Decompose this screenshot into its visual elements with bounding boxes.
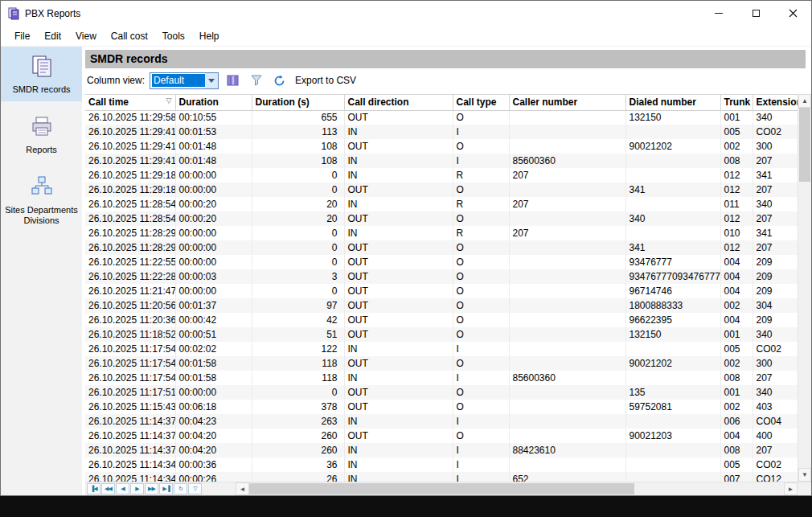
scrollbar-corner	[798, 482, 811, 495]
close-icon	[789, 9, 798, 18]
sidebar-item-smdr-records[interactable]: SMDR records	[1, 47, 82, 101]
horizontal-scrollbar-thumb[interactable]	[249, 483, 634, 494]
menu-item-tools[interactable]: Tools	[155, 27, 192, 45]
scroll-up-button[interactable]: ▲	[798, 94, 811, 108]
table-row[interactable]: 26.10.2025 11:14:3700:04:23263INI006CO04	[85, 414, 798, 429]
cell: I	[453, 458, 509, 472]
prev-record-button[interactable]: ◀	[116, 483, 129, 494]
cell	[509, 400, 625, 414]
next-record-button[interactable]: ▶	[130, 483, 144, 494]
horizontal-scrollbar-track[interactable]	[249, 482, 784, 495]
table-row[interactable]: 26.10.2025 11:29:4100:01:53113INI005CO02	[85, 125, 798, 139]
prev-page-button[interactable]: ◀◀	[101, 483, 115, 494]
column-chooser-button[interactable]	[224, 72, 242, 89]
table-row[interactable]: 26.10.2025 11:28:5400:00:2020OUTO3400122…	[85, 211, 798, 226]
cell: 004	[720, 284, 753, 298]
vertical-scrollbar-thumb[interactable]	[799, 108, 810, 182]
table-row[interactable]: 26.10.2025 11:22:5500:00:000OUTO93476777…	[85, 255, 798, 269]
cell: 26.10.2025 11:17:54	[85, 356, 175, 371]
sidebar-item-label: Reports	[26, 145, 57, 155]
menu-item-edit[interactable]: Edit	[37, 27, 68, 45]
scroll-right-button[interactable]: ►	[784, 482, 798, 495]
column-header-duration[interactable]: Duration	[175, 95, 252, 110]
cell: OUT	[344, 284, 453, 298]
horizontal-scrollbar[interactable]: ◄ ►	[236, 482, 798, 495]
cell: 59752081	[625, 400, 720, 414]
column-header-extension[interactable]: Extension	[753, 95, 798, 110]
table-row[interactable]: 26.10.2025 11:14:3400:00:2626INI652007CO…	[85, 472, 798, 482]
table-row[interactable]: 26.10.2025 11:17:5400:01:58118INI8560036…	[85, 371, 798, 385]
menu-item-file[interactable]: File	[7, 27, 37, 45]
cell: 85600360	[509, 371, 625, 385]
cell: 260	[252, 443, 344, 458]
column-header-dialed-number[interactable]: Dialed number	[625, 95, 720, 110]
column-header-trunk[interactable]: Trunk	[720, 95, 753, 110]
cell: O	[453, 269, 509, 284]
cell: 001	[720, 327, 753, 342]
first-record-button[interactable]: ▐◀	[87, 483, 100, 494]
table-row[interactable]: 26.10.2025 11:29:5800:10:55655OUTO132150…	[85, 110, 798, 125]
table-row[interactable]: 26.10.2025 11:28:5400:00:2020INR20701134…	[85, 197, 798, 211]
table-row[interactable]: 26.10.2025 11:28:2900:00:000INR207010341	[85, 226, 798, 240]
column-header-call-time[interactable]: Call time▽	[85, 95, 175, 110]
refresh-icon: ↻	[178, 486, 182, 492]
cell: 26.10.2025 11:18:52	[85, 327, 175, 342]
cell: 00:00:20	[175, 197, 252, 211]
cell: OUT	[344, 269, 453, 284]
table-row[interactable]: 26.10.2025 11:21:4700:00:000OUTO96714746…	[85, 284, 798, 298]
minimize-button[interactable]	[700, 1, 737, 26]
cell: 207	[753, 154, 798, 168]
close-button[interactable]	[774, 1, 811, 26]
cell: 26.10.2025 11:28:29	[85, 240, 175, 255]
table-row[interactable]: 26.10.2025 11:20:5600:01:3797OUTO1800888…	[85, 298, 798, 313]
table-row[interactable]: 26.10.2025 11:17:5400:02:02122INI005CO02	[85, 342, 798, 356]
cell	[509, 240, 625, 255]
next-page-button[interactable]: ▶▶	[145, 483, 158, 494]
table-row[interactable]: 26.10.2025 11:18:5200:00:5151OUTO1321500…	[85, 327, 798, 342]
table-row[interactable]: 26.10.2025 11:20:3600:00:4242OUTO9662239…	[85, 313, 798, 327]
scroll-down-button[interactable]: ▼	[798, 468, 811, 482]
table-row[interactable]: 26.10.2025 11:17:5100:00:000OUTO13500134…	[85, 385, 798, 400]
export-to-csv-button[interactable]: Export to CSV	[295, 75, 356, 86]
cell: IN	[344, 371, 453, 385]
cell: 004	[720, 255, 753, 269]
column-header-caller-number[interactable]: Caller number	[509, 95, 625, 110]
table-row[interactable]: 26.10.2025 11:22:2800:00:033OUTO93476777…	[85, 269, 798, 284]
cell: 207	[509, 197, 625, 211]
table-row[interactable]: 26.10.2025 11:29:1800:00:000OUTO34101220…	[85, 183, 798, 197]
table-row[interactable]: 26.10.2025 11:28:2900:00:000OUTO34101220…	[85, 240, 798, 255]
table-row[interactable]: 26.10.2025 11:29:1800:00:000INR207012341	[85, 168, 798, 183]
column-header-duration-s[interactable]: Duration (s)	[252, 95, 344, 110]
table-row[interactable]: 26.10.2025 11:29:4100:01:48108OUTO900212…	[85, 139, 798, 154]
cell	[509, 429, 625, 443]
cell: 26.10.2025 11:22:55	[85, 255, 175, 269]
table-row[interactable]: 26.10.2025 11:15:4300:06:18378OUTO597520…	[85, 400, 798, 414]
table-row[interactable]: 26.10.2025 11:14:3400:00:3636INI005CO02	[85, 458, 798, 472]
cell: OUT	[344, 240, 453, 255]
maximize-button[interactable]	[737, 1, 774, 26]
cell: 118	[252, 356, 344, 371]
sidebar-item-reports[interactable]: Reports	[1, 107, 82, 162]
menu-item-view[interactable]: View	[68, 27, 104, 45]
menu-item-help[interactable]: Help	[192, 27, 227, 45]
table-row[interactable]: 26.10.2025 11:14:3700:04:20260INI8842361…	[85, 443, 798, 458]
menu-item-call-cost[interactable]: Call cost	[104, 27, 155, 45]
scroll-left-button[interactable]: ◄	[236, 482, 249, 495]
column-view-select[interactable]: Default	[150, 72, 219, 89]
refresh-button[interactable]	[270, 72, 289, 89]
column-header-call-type[interactable]: Call type	[453, 95, 509, 110]
refresh-button[interactable]: ↻	[174, 483, 187, 494]
filter-button[interactable]	[247, 72, 265, 89]
cell: 135	[625, 385, 720, 400]
sidebar-item-sites-departments-divisions[interactable]: Sites Departments Divisions	[1, 167, 82, 232]
table-row[interactable]: 26.10.2025 11:29:4100:01:48108INI8560036…	[85, 154, 798, 168]
column-header-call-direction[interactable]: Call direction	[344, 95, 453, 110]
refresh-icon	[273, 75, 285, 87]
cell: 26.10.2025 11:17:51	[85, 385, 175, 400]
table-row[interactable]: 26.10.2025 11:17:5400:01:58118OUTO900212…	[85, 356, 798, 371]
table-row[interactable]: 26.10.2025 11:14:3700:04:20260OUTO900212…	[85, 429, 798, 443]
filter-button[interactable]: ▽	[188, 483, 202, 494]
last-record-button[interactable]: ▶▐	[159, 483, 173, 494]
vertical-scrollbar[interactable]: ▲ ▼	[798, 94, 811, 482]
vertical-scrollbar-track[interactable]	[798, 108, 811, 468]
